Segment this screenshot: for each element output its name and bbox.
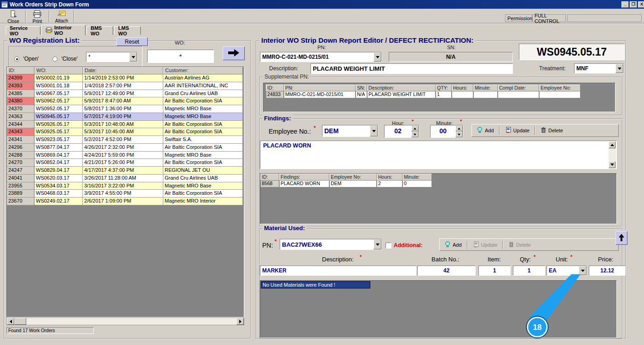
supp-header-pn[interactable]: PN: bbox=[284, 85, 356, 91]
cell-customer[interactable]: Swiftair S.A. bbox=[163, 136, 243, 144]
cell-date[interactable]: 4/21/2017 5:26:00 PM bbox=[83, 159, 163, 167]
cell-wo[interactable]: WS0002.01.19 bbox=[34, 74, 83, 82]
table-row[interactable]: 23670WS0249.02.172/6/2017 1:09:00 PMMagn… bbox=[7, 198, 244, 205]
cell-customer[interactable]: Air Baltic Corporation SIA bbox=[163, 159, 243, 167]
cell-id[interactable]: 24380 bbox=[7, 97, 34, 105]
additional-checkbox[interactable] bbox=[385, 243, 391, 249]
findings-vscrollbar[interactable] bbox=[609, 141, 616, 168]
findings-cell-employee-no[interactable]: DEM bbox=[329, 181, 377, 187]
cell-id[interactable]: 24041 bbox=[7, 175, 34, 182]
findings-header-hours[interactable]: Hours: bbox=[377, 174, 402, 181]
treatment-combobox[interactable]: MNF bbox=[574, 63, 624, 74]
cell-date[interactable]: 2/6/2017 1:09:00 PM bbox=[83, 198, 163, 205]
table-row[interactable]: 24270WS0852.04.174/21/2017 5:26:00 PMAir… bbox=[7, 159, 244, 167]
pn-combobox[interactable]: MMRO-C-021-MD-0215/01 bbox=[260, 52, 382, 62]
chevron-down-icon[interactable] bbox=[615, 64, 623, 73]
cell-id[interactable]: 24296 bbox=[7, 144, 34, 152]
cell-id[interactable]: 24370 bbox=[7, 105, 34, 113]
supp-header-hours[interactable]: Hours: bbox=[452, 85, 473, 91]
supp-cell-description[interactable]: PLACARD WEIGHT LIMIT bbox=[367, 91, 436, 98]
radio-close-circle[interactable] bbox=[52, 57, 58, 62]
column-header-date[interactable]: Date: bbox=[83, 67, 163, 74]
table-row[interactable]: 24385WS0967.05.175/9/2017 12:49:00 PMGra… bbox=[7, 90, 244, 98]
cell-date[interactable]: 3/16/2017 3:22:00 PM bbox=[83, 182, 163, 190]
findings-header-minute[interactable]: Minute: bbox=[402, 174, 432, 181]
material-description-field[interactable]: MARKER bbox=[260, 266, 416, 276]
table-row[interactable]: 24363WS0945.05.175/7/2017 4:19:00 PMMagn… bbox=[7, 113, 244, 121]
close-button[interactable]: Close bbox=[4, 10, 23, 23]
cell-id[interactable]: 23955 bbox=[7, 182, 34, 190]
tab-service-wo[interactable]: Service WO bbox=[6, 26, 40, 35]
supp-header-sn[interactable]: SN: bbox=[356, 85, 367, 91]
supp-header-description[interactable]: Description: bbox=[367, 85, 436, 91]
cell-id[interactable]: 23670 bbox=[7, 198, 34, 205]
cell-wo[interactable]: WS0468.03.17 bbox=[34, 190, 83, 198]
supp-cell-pn[interactable]: MMRO-C-021-MD-0215/01 bbox=[284, 91, 356, 98]
cell-wo[interactable]: WS0962.05.17 bbox=[34, 97, 83, 105]
supp-header-employee-no[interactable]: Employee No: bbox=[539, 85, 581, 91]
item-field[interactable]: 1 bbox=[478, 266, 511, 276]
cell-customer[interactable]: Magnetic MRO Base bbox=[163, 105, 243, 113]
table-row[interactable]: 24288WS0869.04.174/24/2017 5:59:00 PMMag… bbox=[7, 152, 244, 159]
wo-list-hscrollbar[interactable] bbox=[6, 317, 244, 325]
table-row[interactable]: 23955WS0534.03.173/16/2017 3:22:00 PMMag… bbox=[7, 182, 244, 190]
chevron-down-icon[interactable] bbox=[579, 266, 586, 275]
cell-customer[interactable]: Grand Cru Airlines UAB bbox=[163, 90, 243, 98]
tab-interior-wo[interactable]: Interior WO bbox=[41, 25, 86, 35]
findings-header-employee-no[interactable]: Employee No: bbox=[329, 174, 377, 181]
cell-id[interactable]: 24247 bbox=[7, 167, 34, 175]
cell-date[interactable]: 4/26/2017 2:32:00 PM bbox=[83, 144, 163, 152]
supp-header-id[interactable]: ID: bbox=[266, 85, 284, 91]
findings-header-findings[interactable]: Findings: bbox=[279, 174, 329, 181]
cell-customer[interactable]: Austrian Airlines AG bbox=[163, 74, 243, 82]
table-row[interactable]: 24399WS0002.01.191/14/2019 2:53:00 PMAus… bbox=[7, 74, 244, 82]
spin-up-icon[interactable] bbox=[411, 125, 419, 131]
chevron-down-icon[interactable] bbox=[374, 52, 381, 62]
cell-id[interactable]: 24343 bbox=[7, 128, 34, 136]
cell-id[interactable]: 24341 bbox=[7, 136, 34, 144]
employee-no-combobox[interactable]: DEM bbox=[322, 125, 378, 137]
table-row[interactable]: 24247WS0829.04.174/17/2017 4:37:00 PMREG… bbox=[7, 167, 244, 175]
table-row[interactable]: 23889WS0468.03.173/9/2017 4:55:00 PMAir … bbox=[7, 190, 244, 198]
batch-no-field[interactable]: 42 bbox=[417, 266, 476, 276]
cell-date[interactable]: 5/2/2017 4:52:00 PM bbox=[83, 136, 163, 144]
supp-cell-qty[interactable]: 1 bbox=[436, 91, 452, 98]
minimize-button[interactable]: _ bbox=[621, 1, 629, 8]
cell-date[interactable]: 5/3/2017 10:45:00 AM bbox=[83, 128, 163, 136]
scroll-up-icon[interactable] bbox=[609, 141, 615, 148]
scroll-down-icon[interactable] bbox=[609, 161, 615, 168]
cell-id[interactable]: 24399 bbox=[7, 74, 34, 82]
cell-date[interactable]: 1/14/2019 2:53:00 PM bbox=[83, 74, 163, 82]
tab-lms-wo[interactable]: LMS WO bbox=[114, 26, 141, 35]
cell-date[interactable]: 5/8/2017 1:36:00 PM bbox=[83, 105, 163, 113]
cell-wo[interactable]: WS0877.04.17 bbox=[34, 144, 83, 152]
cell-id[interactable]: 24385 bbox=[7, 90, 34, 98]
material-update-button[interactable]: Update bbox=[470, 240, 500, 249]
cell-customer[interactable]: REGIONAL JET OU bbox=[163, 167, 243, 175]
column-header-customer[interactable]: Customer: bbox=[163, 67, 243, 74]
scroll-right-icon[interactable] bbox=[236, 318, 244, 325]
cell-date[interactable]: 3/9/2017 4:55:00 PM bbox=[83, 190, 163, 198]
cell-customer[interactable]: Air Baltic Corporation SIA bbox=[163, 97, 243, 105]
findings-update-button[interactable]: Update bbox=[502, 126, 532, 135]
supp-cell-employee-no[interactable] bbox=[539, 91, 581, 98]
table-row[interactable]: 24041WS0620.03.173/26/2017 11:28:00 AMGr… bbox=[7, 175, 244, 182]
table-row[interactable]: 24341WS0923.05.175/2/2017 4:52:00 PMSwif… bbox=[7, 136, 244, 144]
cell-customer[interactable]: Magnetic MRO Interior bbox=[163, 198, 243, 205]
reset-button[interactable]: Reset bbox=[116, 37, 148, 46]
hscroll-thumb[interactable] bbox=[14, 318, 26, 325]
findings-cell-hours[interactable]: 2 bbox=[377, 181, 402, 187]
spin-up-icon[interactable] bbox=[455, 125, 463, 131]
findings-header-id[interactable]: ID: bbox=[260, 174, 279, 181]
table-row[interactable]: 24370WS0952.05.175/8/2017 1:36:00 PMMagn… bbox=[7, 105, 244, 113]
cell-id[interactable]: 23889 bbox=[7, 190, 34, 198]
table-row[interactable]: 24393WS0001.01.181/4/2018 2:57:00 PMAAR … bbox=[7, 82, 244, 90]
wo-search-input[interactable]: * bbox=[147, 50, 214, 63]
findings-delete-button[interactable]: Delete bbox=[538, 126, 566, 135]
cell-id[interactable]: 24393 bbox=[7, 82, 34, 90]
table-row[interactable]: 24343WS0925.05.175/3/2017 10:45:00 AMAir… bbox=[7, 128, 244, 136]
findings-cell-findings[interactable]: PLACARD WORN bbox=[279, 181, 329, 187]
cell-customer[interactable]: Air Baltic Corporation SIA bbox=[163, 190, 243, 198]
cell-customer[interactable]: Air Baltic Corporation SIA bbox=[163, 144, 243, 152]
hour-spinner[interactable]: 02 bbox=[384, 125, 419, 138]
